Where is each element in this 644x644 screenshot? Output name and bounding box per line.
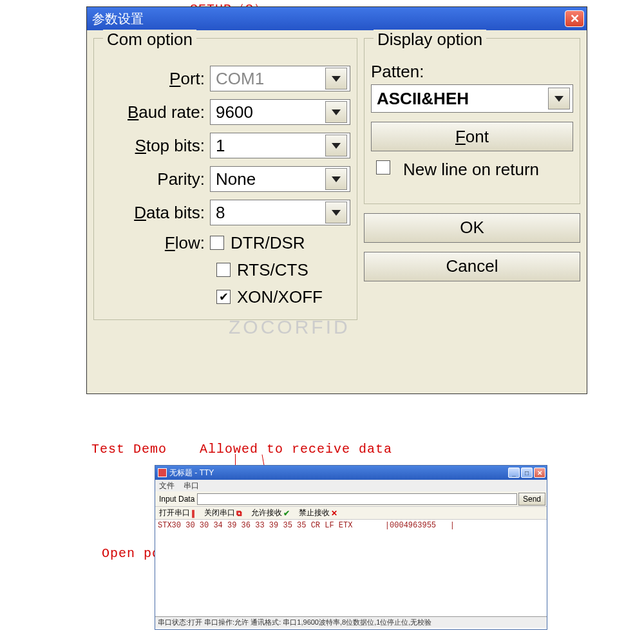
xon-label: XON/XOFF xyxy=(237,287,323,307)
annotation-allowed: Allowed to receive data xyxy=(200,442,392,457)
baud-combo[interactable]: 9600 xyxy=(210,99,350,125)
input-label: Input Data xyxy=(156,495,197,504)
titlebar: 参数设置 xyxy=(87,7,587,30)
menu-port[interactable]: 串口 xyxy=(184,480,199,491)
disp-legend: Display option xyxy=(374,30,486,50)
stop-label: Stop bits: xyxy=(100,136,210,156)
tty-window: 无标题 - TTY _ □ ✕ 文件 串口 Input Data Send 打开… xyxy=(155,465,547,630)
chevron-down-icon[interactable] xyxy=(325,101,347,123)
patten-combo[interactable]: ASCII&HEH xyxy=(371,84,573,113)
flow-label: Flow: xyxy=(100,233,210,253)
menu-file[interactable]: 文件 xyxy=(159,480,175,491)
data-value: 8 xyxy=(216,203,225,223)
chevron-down-icon[interactable] xyxy=(325,168,347,190)
tty-menubar: 文件 串口 xyxy=(155,480,547,491)
deny-receive-button[interactable]: 禁止接收 ✕ xyxy=(299,507,337,518)
tty-titlebar: 无标题 - TTY _ □ ✕ xyxy=(155,466,547,480)
annotation-test-demo: Test Demo xyxy=(91,442,167,457)
port-value: COM1 xyxy=(216,69,264,89)
newline-checkbox[interactable] xyxy=(376,160,390,175)
com-legend: Com option xyxy=(103,30,196,50)
patten-label: Patten: xyxy=(371,62,573,82)
allow-receive-button[interactable]: 允许接收✔ xyxy=(251,507,290,518)
tty-title: 无标题 - TTY xyxy=(169,468,507,478)
close-icon[interactable] xyxy=(565,10,584,27)
close-port-button[interactable]: 关闭串口 ⧉ xyxy=(204,507,242,518)
chevron-down-icon[interactable] xyxy=(548,88,570,109)
stop-combo[interactable]: 1 xyxy=(210,133,350,158)
patten-value: ASCII&HEH xyxy=(377,89,469,109)
display-option-group: Display option Patten: ASCII&HEH Font Ne… xyxy=(364,38,580,204)
port-combo[interactable]: COM1 xyxy=(210,66,350,91)
ok-button[interactable]: OK xyxy=(364,213,580,243)
baud-value: 9600 xyxy=(216,102,253,122)
chevron-down-icon[interactable] xyxy=(325,202,347,223)
rts-checkbox[interactable] xyxy=(216,263,231,277)
tty-statusbar: 串口状态:打开 串口操作:允许 通讯格式: 串口1,9600波特率,8位数据位,… xyxy=(155,616,547,628)
baud-label: Baud rate: xyxy=(100,102,210,122)
open-port-button[interactable]: 打开串口 ‖ xyxy=(159,507,195,518)
tty-output: STX30 30 30 34 39 36 33 39 35 35 CR LF E… xyxy=(155,520,547,616)
dtr-label: DTR/DSR xyxy=(231,233,305,253)
input-data-field[interactable] xyxy=(197,493,517,505)
parity-label: Parity: xyxy=(100,169,210,189)
dtr-checkbox[interactable] xyxy=(210,236,224,250)
parity-combo[interactable]: None xyxy=(210,166,350,192)
parity-value: None xyxy=(216,169,256,189)
minimize-icon[interactable]: _ xyxy=(508,468,520,478)
data-combo[interactable]: 8 xyxy=(210,200,350,225)
close-icon[interactable]: ✕ xyxy=(534,468,545,478)
newline-label: New line on return xyxy=(403,160,539,179)
rts-label: RTS/CTS xyxy=(237,260,308,280)
xon-checkbox[interactable] xyxy=(216,290,231,304)
tty-toolbar: 打开串口 ‖ 关闭串口 ⧉ 允许接收✔ 禁止接收 ✕ xyxy=(155,507,547,520)
maximize-icon[interactable]: □ xyxy=(521,468,533,478)
chevron-down-icon[interactable] xyxy=(325,68,347,90)
watermark: ZOCORFID xyxy=(229,316,350,338)
send-button[interactable]: Send xyxy=(518,493,545,506)
com-option-group: Com option Port: COM1 Baud rate: 9600 St… xyxy=(93,38,357,320)
setup-dialog: 参数设置 Com option Port: COM1 Baud rate: 96… xyxy=(86,6,587,394)
data-label: Data bits: xyxy=(100,203,210,223)
chevron-down-icon[interactable] xyxy=(325,135,347,156)
cancel-button[interactable]: Cancel xyxy=(364,252,580,281)
font-button[interactable]: Font xyxy=(371,122,573,151)
port-label: Port: xyxy=(100,69,210,89)
app-icon xyxy=(158,468,167,477)
stop-value: 1 xyxy=(216,136,225,156)
dialog-title: 参数设置 xyxy=(92,10,565,28)
